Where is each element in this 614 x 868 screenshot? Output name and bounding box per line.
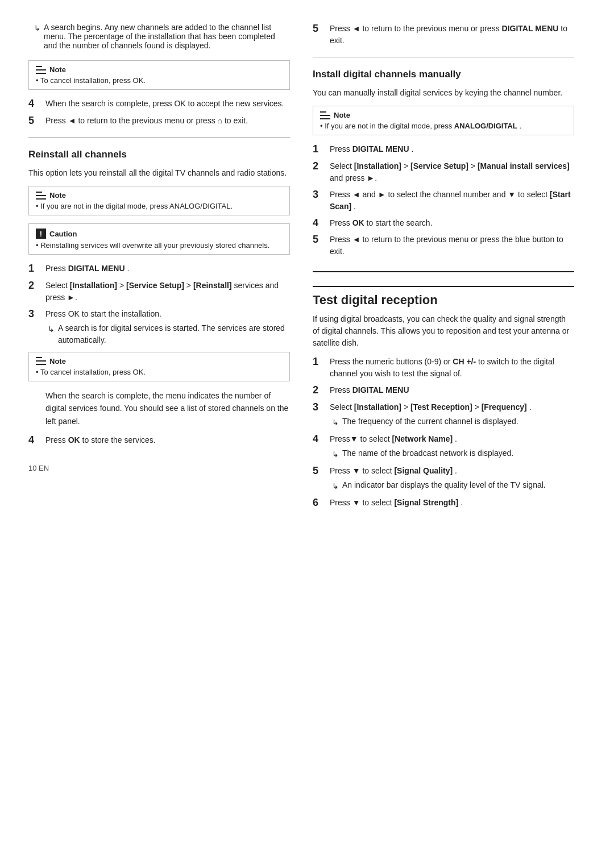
reinstall-note2-header: Note — [36, 357, 283, 366]
note-text-1: • To cancel installation, press OK. — [36, 76, 283, 85]
test-digital-step-3: 3 Select [Installation] > [Test Receptio… — [313, 401, 574, 429]
test-digital-step-4: 4 Press▼ to select [Network Name] . ↳ Th… — [313, 433, 574, 460]
reinstall-note2: Note • To cancel installation, press OK. — [28, 352, 290, 381]
reinstall-note1-label: Note — [49, 191, 66, 200]
caution-icon: ! — [36, 229, 46, 239]
install-digital-step-2-content: Select [Installation] > [Service Setup] … — [330, 160, 574, 184]
install-digital-step-1: 1 Press DIGITAL MENU . — [313, 143, 574, 156]
step-num-5-right: 5 — [313, 23, 325, 35]
install-digital-step-3: 3 Press ◄ and ► to select the channel nu… — [313, 189, 574, 213]
test-digital-step-2-content: Press DIGITAL MENU — [330, 384, 574, 396]
sub-arrow-icon-3: ↳ — [332, 448, 339, 460]
test-digital-section: Test digital reception If using digital … — [313, 286, 574, 509]
install-digital-step-4-content: Press OK to start the search. — [330, 217, 574, 229]
test-digital-step-1-content: Press the numeric buttons (0-9) or CH +/… — [330, 356, 574, 380]
reinstall-intro: This option lets you reinstall all the d… — [28, 167, 290, 179]
install-digital-step-2: 2 Select [Installation] > [Service Setup… — [313, 160, 574, 184]
intro-bullet-section: ↳ A search begins. Any new channels are … — [28, 23, 290, 50]
note-icon-4 — [320, 111, 330, 119]
caution-box: ! Caution • Reinstalling services will o… — [28, 223, 290, 255]
reinstall-step-3-content: Press OK to start the installation. ↳ A … — [45, 308, 290, 346]
test-digital-step-5-sub: ↳ An indicator bar displays the quality … — [330, 479, 574, 492]
install-digital-step-5-content: Press ◄ to return to the previous menu o… — [330, 234, 574, 258]
test-digital-step-5-content: Press ▼ to select [Signal Quality] . ↳ A… — [330, 465, 574, 492]
test-digital-step-num-3: 3 — [313, 401, 325, 414]
test-digital-step-3-content: Select [Installation] > [Test Reception]… — [330, 401, 574, 429]
reinstall-title: Reinstall all channels — [28, 149, 290, 163]
intro-arrow-bullet: ↳ A search begins. Any new channels are … — [34, 23, 290, 50]
test-digital-step-5: 5 Press ▼ to select [Signal Quality] . ↳… — [313, 465, 574, 492]
install-digital-step-3-content: Press ◄ and ► to select the channel numb… — [330, 189, 574, 213]
reinstall-step-num-4: 4 — [28, 434, 41, 447]
step-4-content: When the search is complete, press OK to… — [45, 98, 290, 110]
note-icon-2 — [36, 192, 46, 200]
caution-label: Caution — [49, 230, 77, 238]
test-digital-step-6-content: Press ▼ to select [Signal Strength] . — [330, 497, 574, 509]
install-digital-step-num-3: 3 — [313, 189, 325, 201]
step-5-left: 5 Press ◄ to return to the previous menu… — [28, 115, 290, 127]
reinstall-indent: When the search is complete, the menu in… — [28, 389, 290, 427]
test-digital-step-num-6: 6 — [313, 497, 325, 509]
note-label-1: Note — [49, 65, 66, 74]
sub-arrow-icon-1: ↳ — [48, 323, 55, 335]
install-digital-title: Install digital channels manually — [313, 69, 574, 82]
test-digital-step-4-sub: ↳ The name of the broadcast network is d… — [330, 447, 574, 460]
reinstall-step-1: 1 Press DIGITAL MENU . — [28, 263, 290, 275]
divider-3 — [313, 271, 574, 272]
reinstall-step-4-content: Press OK to store the services. — [45, 434, 290, 446]
step-num-5: 5 — [28, 115, 41, 127]
reinstall-step-3-sub-text: A search is for digital services is star… — [58, 322, 290, 346]
test-digital-step-2: 2 Press DIGITAL MENU — [313, 384, 574, 397]
reinstall-step-num-2: 2 — [28, 280, 41, 292]
divider-1 — [28, 137, 290, 138]
test-digital-step-num-4: 4 — [313, 433, 325, 446]
caution-header: ! Caution — [36, 229, 283, 239]
reinstall-step-2: 2 Select [Installation] > [Service Setup… — [28, 280, 290, 304]
step-5-right-content: Press ◄ to return to the previous menu o… — [330, 23, 574, 47]
test-digital-step-3-sub-text: The frequency of the current channel is … — [342, 416, 518, 427]
reinstall-note2-text: • To cancel installation, press OK. — [36, 368, 283, 376]
test-digital-step-num-1: 1 — [313, 356, 325, 368]
install-digital-intro: You can manually install digital service… — [313, 87, 574, 99]
test-digital-step-4-sub-text: The name of the broadcast network is dis… — [342, 447, 513, 459]
reinstall-note1-header: Note — [36, 191, 283, 200]
arrow-icon: ↳ — [34, 24, 40, 32]
step-5-right: 5 Press ◄ to return to the previous menu… — [313, 23, 574, 47]
reinstall-step-3: 3 Press OK to start the installation. ↳ … — [28, 308, 290, 346]
install-digital-step-num-2: 2 — [313, 160, 325, 173]
test-digital-step-3-sub: ↳ The frequency of the current channel i… — [330, 416, 574, 429]
install-digital-section: Install digital channels manually You ca… — [313, 69, 574, 258]
install-digital-step-num-1: 1 — [313, 143, 325, 156]
reinstall-step-4: 4 Press OK to store the services. — [28, 434, 290, 447]
install-digital-step-5: 5 Press ◄ to return to the previous menu… — [313, 234, 574, 258]
reinstall-step-num-1: 1 — [28, 263, 41, 275]
test-digital-step-6: 6 Press ▼ to select [Signal Strength] . — [313, 497, 574, 509]
sub-arrow-icon-2: ↳ — [332, 417, 339, 429]
install-digital-step-4: 4 Press OK to start the search. — [313, 217, 574, 230]
install-digital-step-1-content: Press DIGITAL MENU . — [330, 143, 574, 155]
install-digital-step-num-5: 5 — [313, 234, 325, 246]
install-digital-step-num-4: 4 — [313, 217, 325, 230]
reinstall-note1: Note • If you are not in the digital mod… — [28, 186, 290, 215]
test-digital-step-4-content: Press▼ to select [Network Name] . ↳ The … — [330, 433, 574, 460]
test-digital-step-num-5: 5 — [313, 465, 325, 477]
test-digital-step-1: 1 Press the numeric buttons (0-9) or CH … — [313, 356, 574, 380]
note-header-1: Note — [36, 65, 283, 74]
note-box-1: Note • To cancel installation, press OK. — [28, 60, 290, 90]
note-icon-3 — [36, 357, 46, 365]
step-4-left: 4 When the search is complete, press OK … — [28, 98, 290, 110]
test-digital-intro: If using digital broadcasts, you can che… — [313, 313, 574, 349]
reinstall-step-num-3: 3 — [28, 308, 41, 321]
intro-bullet-text: A search begins. Any new channels are ad… — [44, 23, 290, 50]
reinstall-note2-label: Note — [49, 357, 66, 366]
test-digital-step-5-sub-text: An indicator bar displays the quality le… — [342, 479, 546, 491]
sub-arrow-icon-4: ↳ — [332, 480, 339, 492]
step-5-content: Press ◄ to return to the previous menu o… — [45, 115, 290, 127]
test-digital-step-num-2: 2 — [313, 384, 325, 397]
note-icon-1 — [36, 66, 46, 74]
install-digital-note1-label: Note — [334, 111, 350, 119]
step-num-4: 4 — [28, 98, 41, 110]
page-footer: 10 EN — [28, 464, 290, 472]
reinstall-step-2-content: Select [Installation] > [Service Setup] … — [45, 280, 290, 304]
reinstall-section: Reinstall all channels This option lets … — [28, 149, 290, 446]
